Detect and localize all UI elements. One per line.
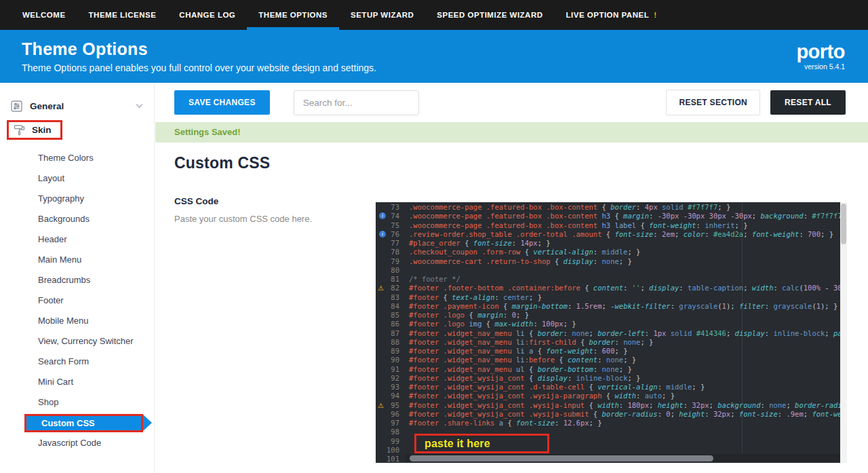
gutter-cell: 86 bbox=[376, 320, 406, 328]
code-line: 88#footer .widget_nav_menu li:first-chil… bbox=[376, 338, 840, 347]
gutter-cell: 89 bbox=[376, 347, 406, 356]
code-line: ⚠95#footer .widget_wysija_cont .wysija-i… bbox=[376, 401, 840, 410]
page-title: Custom CSS bbox=[174, 154, 270, 172]
sidebar-item-mobile-menu[interactable]: Mobile Menu bbox=[0, 311, 154, 331]
sidebar-item-footer[interactable]: Footer bbox=[0, 290, 154, 311]
vertical-scrollbar-handle[interactable] bbox=[841, 204, 846, 244]
nav-item-change-log[interactable]: CHANGE LOG bbox=[167, 0, 247, 30]
gutter-cell: 84 bbox=[376, 302, 406, 311]
save-changes-button[interactable]: SAVE CHANGES bbox=[174, 90, 270, 115]
page-header: Theme Options Theme Options panel enable… bbox=[0, 30, 868, 83]
code-line: 84#footer .payment-icon { margin-bottom:… bbox=[376, 302, 840, 311]
nav-item-label: CHANGE LOG bbox=[179, 11, 235, 19]
gutter-cell: 83 bbox=[376, 293, 406, 302]
sidebar-item-header[interactable]: Header bbox=[0, 229, 154, 250]
sidebar-item-mini-cart[interactable]: Mini Cart bbox=[0, 372, 154, 392]
sidebar-item-backgrounds[interactable]: Backgrounds bbox=[0, 209, 154, 229]
annotation-box-skin: Skin bbox=[7, 120, 62, 140]
nav-item-label: SETUP WIZARD bbox=[351, 11, 414, 19]
gutter-cell: 88 bbox=[376, 338, 406, 347]
code-line: 78.checkout_coupon .form-row { vertical-… bbox=[376, 248, 840, 257]
gutter-cell: i74 bbox=[376, 212, 406, 221]
gutter-cell: 79 bbox=[376, 257, 406, 266]
nav-item-theme-license[interactable]: THEME LICENSE bbox=[77, 0, 168, 30]
sidebar-item-main-menu[interactable]: Main Menu bbox=[0, 250, 154, 270]
sidebar-item-general-label: General bbox=[30, 101, 64, 111]
gutter-cell: 94 bbox=[376, 392, 406, 400]
porto-logo: porto version 5.4.1 bbox=[796, 42, 845, 71]
gutter-cell: ⚠82 bbox=[376, 284, 406, 292]
nav-item-theme-options[interactable]: THEME OPTIONS bbox=[247, 0, 339, 30]
sidebar-item-skin[interactable]: Skin bbox=[0, 117, 154, 143]
nav-item-label: LIVE OPTION PANEL bbox=[566, 11, 650, 19]
code-line: 81/* footer */ bbox=[376, 275, 840, 284]
header-text: Theme Options Theme Options panel enable… bbox=[22, 39, 376, 73]
nav-item-speed-optimize-wizard[interactable]: SPEED OPTIMIZE WIZARD bbox=[425, 0, 554, 30]
sidebar-item-general[interactable]: General bbox=[0, 95, 154, 117]
search-input[interactable] bbox=[294, 90, 419, 115]
paint-roller-icon bbox=[14, 124, 25, 136]
sidebar-item-view-currency-switcher[interactable]: View, Currency Switcher bbox=[0, 331, 154, 352]
chevron-down-icon bbox=[136, 101, 143, 108]
gutter-cell: 96 bbox=[376, 410, 406, 419]
sidebar-item-theme-colors[interactable]: Theme Colors bbox=[0, 148, 154, 168]
paste-here-label: paste it here bbox=[425, 438, 490, 450]
horizontal-scrollbar-handle[interactable] bbox=[410, 455, 713, 461]
header-title: Theme Options bbox=[22, 39, 376, 59]
code-line: 96#footer .widget_wysija_cont .wysija-su… bbox=[376, 410, 840, 419]
nav-item-label: THEME OPTIONS bbox=[258, 11, 328, 19]
gutter-cell: ⚠95 bbox=[376, 401, 406, 410]
code-line: 90#footer .widget_nav_menu li:before { c… bbox=[376, 356, 840, 364]
sidebar: General Skin Theme ColorsLayoutTypograph… bbox=[0, 83, 155, 473]
css-code-field-label: CSS Code bbox=[174, 196, 218, 206]
horizontal-scrollbar[interactable] bbox=[406, 454, 840, 463]
sidebar-item-shop[interactable]: Shop bbox=[0, 392, 154, 413]
gutter-cell: i76 bbox=[376, 230, 406, 239]
sidebar-item-javascript-code[interactable]: Javascript Code bbox=[0, 433, 154, 453]
gutter-cell: 91 bbox=[376, 365, 406, 374]
code-line: 86#footer .logo img { max-width: 100px; … bbox=[376, 320, 840, 328]
active-item-arrow-icon bbox=[143, 415, 152, 431]
nav-item-welcome[interactable]: WELCOME bbox=[11, 0, 77, 30]
gutter-cell: 90 bbox=[376, 356, 406, 364]
exclamation-badge: ! bbox=[654, 11, 656, 19]
code-line: 94#footer .widget_wysija_cont .wysija-pa… bbox=[376, 392, 840, 400]
reset-all-button[interactable]: RESET ALL bbox=[770, 90, 846, 115]
code-line: 73.woocommerce-page .featured-box .box-c… bbox=[376, 203, 840, 212]
sidebar-item-custom-css[interactable]: Custom CSS bbox=[0, 413, 154, 433]
vertical-scrollbar[interactable] bbox=[840, 202, 847, 463]
gutter-cell: 75 bbox=[376, 221, 406, 230]
css-code-field-description: Paste your custom CSS code here. bbox=[174, 214, 312, 224]
code-line: 80 bbox=[376, 266, 840, 275]
gutter-cell: 78 bbox=[376, 248, 406, 257]
code-line: ⚠82#footer .footer-bottom .container:bef… bbox=[376, 284, 840, 292]
code-line: 87#footer .widget_nav_menu li { border: … bbox=[376, 329, 840, 338]
nav-item-label: SPEED OPTIMIZE WIZARD bbox=[437, 11, 542, 19]
gutter-cell: 77 bbox=[376, 239, 406, 248]
css-code-editor[interactable]: 73.woocommerce-page .featured-box .box-c… bbox=[376, 202, 847, 463]
sidebar-item-breadcrumbs[interactable]: Breadcrumbs bbox=[0, 270, 154, 290]
annotation-box-paste-here: paste it here bbox=[414, 434, 549, 453]
nav-item-label: THEME LICENSE bbox=[89, 11, 157, 19]
sidebar-item-typography[interactable]: Typography bbox=[0, 189, 154, 209]
info-icon: i bbox=[379, 212, 386, 219]
gutter-cell: 87 bbox=[376, 329, 406, 338]
editor-lines: 73.woocommerce-page .featured-box .box-c… bbox=[376, 203, 840, 463]
header-subtitle: Theme Options panel enables you full con… bbox=[22, 62, 376, 73]
code-line: 92#footer .widget_wysija_cont { display:… bbox=[376, 374, 840, 383]
code-line: 75.woocommerce-page .featured-box .box-c… bbox=[376, 221, 840, 230]
warning-icon: ⚠ bbox=[378, 284, 384, 292]
code-line: 85#footer .logo { margin: 0; } bbox=[376, 311, 840, 320]
sliders-icon bbox=[11, 100, 22, 112]
sidebar-item-search-form[interactable]: Search Form bbox=[0, 352, 154, 372]
sidebar-item-layout[interactable]: Layout bbox=[0, 168, 154, 189]
nav-item-live-option-panel[interactable]: LIVE OPTION PANEL! bbox=[555, 0, 669, 30]
nav-item-setup-wizard[interactable]: SETUP WIZARD bbox=[339, 0, 425, 30]
main-content: SAVE CHANGES RESET SECTION RESET ALL Set… bbox=[155, 83, 868, 473]
top-nav: WELCOMETHEME LICENSECHANGE LOGTHEME OPTI… bbox=[0, 0, 868, 30]
gutter-cell: 99 bbox=[376, 437, 406, 446]
code-line: i76.review-order.shop_table .order-total… bbox=[376, 230, 840, 239]
gutter-cell: 93 bbox=[376, 383, 406, 392]
reset-section-button[interactable]: RESET SECTION bbox=[666, 90, 760, 115]
theme-version: version 5.4.1 bbox=[796, 62, 845, 71]
